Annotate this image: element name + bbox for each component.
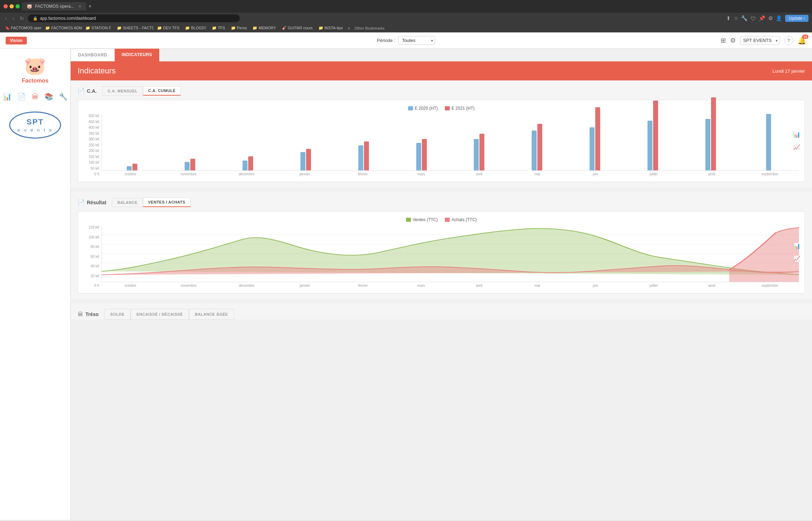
bar-2020-octobre[interactable] — [127, 166, 132, 170]
bookmark-perso[interactable]: 📁 Perso — [229, 25, 249, 31]
apps-icon[interactable]: ⊞ — [721, 37, 726, 44]
bar-2020-décembre[interactable] — [243, 160, 247, 170]
bar-2020-juin[interactable] — [590, 127, 595, 170]
sidebar-nav-dashboard[interactable]: 📊 — [3, 92, 12, 101]
tab-ca-cumule[interactable]: C.A. CUMULÉ — [143, 86, 181, 96]
bookmark-factomos-opera[interactable]: 🔖 FACTOMOS opera... — [3, 25, 42, 31]
resultat-line-chart-button[interactable]: 📈 — [792, 254, 802, 264]
sidebar-nav-bibliotheque[interactable]: 📚 — [44, 92, 53, 101]
x-label-janvier: janvier — [276, 172, 334, 176]
bookmark-factomos-admin[interactable]: 📁 FACTOMOS ADMIN — [43, 25, 82, 31]
bookmark-dev-tfs[interactable]: 📁 DEV TFS — [155, 25, 181, 31]
bookmark-blog5[interactable]: 📁 BLOG5!! — [183, 25, 208, 31]
bar-group-décembre — [219, 156, 277, 170]
x-label-novembre: novembre — [160, 172, 218, 176]
bookmark-tfs[interactable]: 📁 TFS — [210, 25, 227, 31]
ext-icon-4[interactable]: ⚙ — [768, 15, 773, 22]
tab-balance[interactable]: BALANCE — [112, 198, 143, 207]
bar-chart-type-button[interactable]: 📊 — [792, 130, 802, 140]
back-button[interactable]: ‹ — [4, 15, 9, 22]
tab-balance-agee[interactable]: BALANCE ÂGÉE — [189, 309, 234, 320]
bar-group-avril — [450, 134, 508, 170]
bookmarks-more[interactable]: » — [348, 26, 350, 31]
maximize-button[interactable] — [16, 4, 20, 8]
period-select[interactable]: Toutes Ce mois Cette année — [398, 36, 435, 45]
bookmark-insta[interactable]: 📁 INSTA-tips — [316, 25, 345, 31]
tab-ventes-achats[interactable]: VENTES / ACHATS — [143, 198, 191, 207]
logo-text: Factomos — [22, 78, 49, 84]
company-select[interactable]: SPT EVENTS — [740, 36, 780, 45]
line-chart-type-button[interactable]: 📈 — [792, 143, 802, 152]
resultat-bar-chart-button[interactable]: 📊 — [792, 241, 802, 251]
bar-2021-juillet[interactable] — [653, 101, 658, 170]
bar-2020-juillet[interactable] — [647, 121, 652, 170]
tab-indicateurs[interactable]: INDICATEURS — [115, 49, 160, 61]
forward-button[interactable]: › — [11, 15, 16, 22]
company-select-wrapper: SPT EVENTS — [740, 36, 780, 45]
resultat-x-label-février: février — [334, 284, 392, 287]
other-bookmarks[interactable]: Other Bookmarks — [354, 26, 385, 30]
bookmark-icon[interactable]: ☆ — [734, 15, 738, 22]
legend-2020: E 2020 (HT) — [408, 106, 438, 111]
y-label-300k: 300 k€ — [84, 138, 99, 141]
main-tabs: DASHBOARD INDICATEURS — [71, 49, 812, 61]
bookmark-guitar[interactable]: 🎸 GUITAR cours — [280, 25, 315, 31]
browser-tab[interactable]: 🐷 FACTOMOS opera... × — [22, 2, 86, 11]
help-button[interactable]: ? — [784, 36, 793, 45]
bar-2020-janvier[interactable] — [300, 152, 305, 170]
update-button[interactable]: Update › — [785, 15, 808, 22]
ext-icon-2[interactable]: 🛡 — [751, 16, 756, 22]
bar-2020-mars[interactable] — [416, 143, 421, 170]
bar-2020-septembre[interactable] — [766, 114, 771, 170]
logo-section: 🐷 Factomos — [22, 56, 49, 84]
legend-2021-label: E 2021 (HT) — [452, 106, 474, 111]
bookmark-station-f[interactable]: 📁 STATION F — [83, 25, 113, 31]
window-controls[interactable] — [4, 4, 20, 8]
bar-group-novembre — [161, 159, 219, 170]
bar-2021-décembre[interactable] — [248, 156, 253, 170]
bar-2020-mai[interactable] — [532, 131, 537, 170]
close-button[interactable] — [4, 4, 8, 8]
tab-title: FACTOMOS opera... — [35, 4, 74, 9]
resultat-chart-container: Ventes (TTC) Achats (TTC) 0 € 20 k€ 40 k… — [78, 211, 805, 293]
sidebar-nav-factures[interactable]: 📄 — [17, 92, 26, 101]
reload-button[interactable]: ↻ — [18, 15, 26, 22]
resultat-x-label-novembre: novembre — [160, 284, 218, 287]
bar-2020-août[interactable] — [705, 119, 710, 170]
bar-group-janvier — [277, 149, 335, 170]
ext-icon-3[interactable]: 📌 — [759, 15, 765, 22]
ext-icon-1[interactable]: 🔧 — [741, 15, 748, 22]
bar-2021-mars[interactable] — [422, 139, 427, 170]
settings-icon[interactable]: ⚙ — [730, 37, 736, 44]
bar-2021-juin[interactable] — [595, 107, 600, 170]
resultat-x-label-décembre: décembre — [217, 284, 276, 287]
bar-2020-février[interactable] — [358, 145, 363, 170]
bar-2020-avril[interactable] — [474, 139, 479, 170]
bar-2021-janvier[interactable] — [306, 149, 311, 170]
new-tab-button[interactable]: + — [88, 3, 91, 10]
profile-icon[interactable]: 👤 — [776, 15, 782, 22]
x-label-octobre: octobre — [101, 172, 160, 176]
achats-spike-fill — [729, 228, 799, 282]
sidebar-nav-banque[interactable]: 🏛 — [32, 93, 39, 101]
tab-ca-mensuel[interactable]: C.A. MENSUEL — [102, 86, 143, 96]
notifications-button[interactable]: 🔔 33 — [798, 36, 806, 45]
bar-2020-novembre[interactable] — [185, 162, 190, 170]
bar-2021-avril[interactable] — [479, 134, 484, 170]
address-bar[interactable]: 🔒 app.factomos.com/dashboard — [28, 14, 240, 22]
bar-2021-octobre[interactable] — [132, 164, 137, 170]
resultat-chart-legend: Ventes (TTC) Achats (TTC) — [84, 217, 799, 222]
app-container: Vision Période : Toutes Ce mois Cette an… — [0, 32, 812, 520]
bar-2021-août[interactable] — [711, 97, 716, 170]
sidebar-nav-parametres[interactable]: 🔧 — [59, 92, 68, 101]
bookmark-sheets-facto[interactable]: 📁 SHEETS - FACTO... — [115, 25, 154, 31]
tab-encaisse-decaisse[interactable]: ENCAISSÉ / DÉCAISSÉ — [131, 309, 189, 320]
minimize-button[interactable] — [10, 4, 14, 8]
bar-2021-février[interactable] — [364, 141, 369, 170]
bar-2021-novembre[interactable] — [190, 159, 195, 170]
tab-solde[interactable]: SOLDE — [104, 309, 130, 320]
bookmark-memory[interactable]: 📁 MEMORY — [250, 25, 278, 31]
tab-dashboard[interactable]: DASHBOARD — [71, 49, 115, 61]
bar-2021-mai[interactable] — [537, 124, 542, 170]
share-icon[interactable]: ⬆ — [726, 15, 731, 22]
